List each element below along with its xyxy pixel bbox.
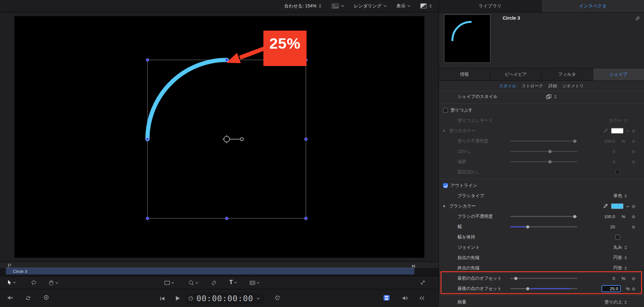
tab-shape[interactable]: シェイプ	[593, 68, 644, 81]
lasso-icon	[31, 280, 37, 286]
fill-opacity-label: 塗りの不透明度	[458, 138, 488, 144]
subtab-advanced[interactable]: 詳細	[548, 83, 557, 89]
tab-inspector-label: インスペクタ	[579, 3, 607, 9]
frame-tool[interactable]	[250, 281, 260, 285]
record-button[interactable]	[43, 294, 49, 300]
start-cap-popup[interactable]: 円形	[613, 255, 627, 261]
mask-tool[interactable]	[31, 280, 37, 286]
view-popup[interactable]: 表示	[396, 3, 411, 9]
channels-popup[interactable]	[420, 3, 432, 9]
fill-opacity-keyframe-button[interactable]	[631, 139, 636, 144]
keyframe-diamond-icon	[631, 276, 636, 281]
blur-keyframe-button[interactable]	[631, 149, 636, 154]
fill-opacity-value[interactable]: 100.0	[604, 139, 615, 144]
go-to-start-button[interactable]	[160, 295, 165, 301]
disclosure-triangle-icon[interactable]	[443, 130, 446, 132]
text-tool[interactable]: T	[229, 279, 237, 286]
last-point-offset-keyframe-button[interactable]	[631, 286, 636, 291]
channels-icon	[420, 3, 427, 9]
fill-color-popup[interactable]	[626, 129, 629, 133]
first-point-offset-keyframe-button[interactable]	[631, 276, 636, 281]
tab-behaviors[interactable]: ビヘイビア	[490, 68, 542, 81]
joint-popup[interactable]: 丸み	[613, 245, 627, 250]
loop-button[interactable]	[25, 295, 31, 301]
row-first-point-offset: 最初の点のオフセット 0 %	[439, 273, 644, 283]
zoom-popup[interactable]: 合わせる: 154%	[284, 3, 322, 9]
last-point-offset-slider[interactable]	[510, 288, 577, 289]
subtab-style[interactable]: スタイル	[499, 83, 516, 89]
width-keyframe-button[interactable]	[631, 225, 636, 229]
subtab-stroke[interactable]: ストローク	[522, 83, 543, 89]
save-button[interactable]	[383, 295, 390, 301]
audio-button[interactable]	[402, 295, 408, 301]
first-point-offset-value[interactable]: 0	[612, 276, 615, 281]
brush-type-popup[interactable]: 単色	[613, 193, 627, 199]
paint-stroke-tool[interactable]	[211, 280, 217, 286]
tab-library[interactable]: ライブラリ	[439, 0, 542, 12]
disclosure-triangle-icon[interactable]	[443, 205, 446, 207]
shape-subtab-bar: スタイル ストローク 詳細 ジオメトリ	[439, 81, 644, 91]
fill-color-eyedropper[interactable]	[603, 128, 608, 133]
shape-style-popup[interactable]	[546, 94, 557, 99]
last-point-offset-value: 25.0	[610, 286, 618, 291]
timeline-track-circle3[interactable]: Circle 3	[6, 268, 414, 274]
fixed-blur-checkbox[interactable]	[615, 170, 620, 175]
save-icon	[383, 295, 390, 301]
audio-mute-button[interactable]	[7, 295, 13, 301]
falloff-value[interactable]: 0	[612, 159, 615, 164]
anchor-point[interactable]	[223, 135, 231, 143]
blur-value[interactable]: 0	[612, 149, 615, 154]
expand-canvas-button[interactable]	[420, 280, 425, 285]
brush-opacity-keyframe-button[interactable]	[631, 214, 636, 219]
rectangle-tool[interactable]	[164, 281, 174, 285]
first-point-offset-slider[interactable]	[510, 278, 577, 279]
chevron-updown-icon	[624, 266, 627, 270]
shape-style-label: シェイプのスタイル	[458, 94, 497, 100]
brush-color-label: ブラシカラー	[449, 203, 476, 209]
width-slider[interactable]	[510, 226, 577, 227]
pan-tool[interactable]	[48, 280, 58, 286]
tab-info[interactable]: 情報	[439, 68, 490, 81]
last-point-offset-field[interactable]: 25.0	[601, 285, 621, 292]
preserve-width-checkbox[interactable]	[615, 235, 620, 240]
tab-filters[interactable]: フィルタ	[542, 68, 593, 81]
brush-opacity-value[interactable]: 100.0	[604, 214, 615, 219]
show-timeline-button[interactable]	[419, 295, 425, 301]
order-popup[interactable]: 塗りの上	[604, 299, 627, 305]
play-button[interactable]	[175, 295, 181, 301]
subtab-geometry[interactable]: ジオメトリ	[562, 83, 584, 89]
tab-inspector[interactable]: インスペクタ	[542, 0, 644, 12]
brush-color-eyedropper[interactable]	[603, 204, 608, 209]
fill-opacity-slider[interactable]	[510, 141, 577, 142]
fill-color-swatch[interactable]	[611, 128, 623, 134]
width-value[interactable]: 20	[610, 225, 615, 229]
row-fixed-blur: 固定ぼかし	[439, 167, 644, 177]
media-thumbnail-popup[interactable]	[331, 3, 344, 9]
brush-color-popup[interactable]	[626, 204, 629, 209]
end-cap-popup[interactable]: 円形	[613, 265, 627, 271]
keyframe-diamond-icon	[631, 225, 636, 229]
shape-pen-tool[interactable]	[188, 280, 198, 286]
timeline-ruler[interactable]	[0, 262, 439, 268]
falloff-keyframe-button[interactable]	[631, 159, 636, 164]
blur-slider[interactable]	[510, 151, 577, 152]
pin-inspector-button[interactable]	[635, 16, 640, 21]
select-tool[interactable]	[7, 280, 16, 285]
fill-checkbox[interactable]	[443, 108, 448, 113]
falloff-slider[interactable]	[510, 161, 577, 162]
playback-loop-indicator[interactable]	[274, 295, 280, 301]
timecode-field[interactable]: 00:00:00:00	[185, 293, 264, 304]
anchor-drag-handle[interactable]	[240, 138, 243, 141]
circle-arc-stroke[interactable]	[147, 60, 227, 139]
fill-color-keyframe-button[interactable]	[631, 129, 636, 133]
brush-opacity-slider[interactable]	[510, 216, 577, 217]
outline-checkbox[interactable]	[443, 183, 448, 188]
canvas-stage[interactable]: 25%	[14, 16, 424, 258]
timecode-value[interactable]: 00:00:00:00	[196, 294, 253, 303]
fill-mode-popup[interactable]: カラー	[609, 118, 627, 123]
render-popup[interactable]: レンダリング	[354, 3, 387, 9]
brush-color-keyframe-button[interactable]	[631, 204, 636, 209]
circle-pen-icon	[188, 280, 194, 286]
keyframe-diamond-icon	[631, 149, 636, 154]
brush-color-swatch[interactable]	[611, 204, 623, 209]
